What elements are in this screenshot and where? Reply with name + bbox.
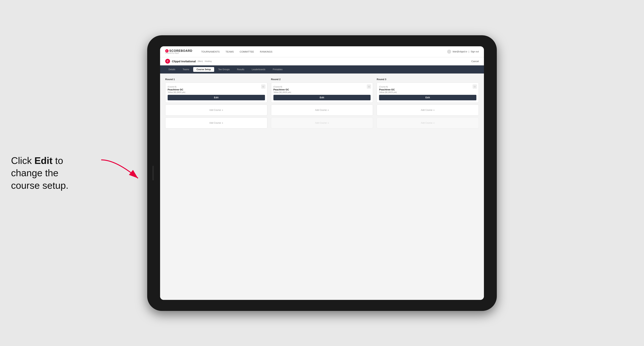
- instruction-text: Click Edit tochange thecourse setup.: [11, 154, 68, 192]
- nav-tournaments[interactable]: TOURNAMENTS: [201, 50, 220, 53]
- tab-leaderboards[interactable]: Leaderboards: [248, 67, 269, 72]
- user-avatar: [447, 50, 451, 54]
- round-3-plus-icon-2: +: [433, 122, 434, 124]
- tournament-name: Clippd Invitational: [172, 60, 196, 63]
- round-2-course-card: (Course A) Peachtree GC Yellow (M) (6629…: [271, 82, 373, 103]
- user-email: blair@clippd.io: [453, 50, 467, 53]
- tournament-logo: C: [165, 59, 170, 64]
- tab-course-setup[interactable]: Course Setup: [193, 67, 214, 72]
- top-navigation: C SCOREBOARD Powered by clippd TOURNAMEN…: [160, 46, 484, 57]
- logo-area: C SCOREBOARD Powered by clippd: [165, 49, 192, 54]
- tab-bar: Details Teams Course Setup Tee Groups Re…: [160, 65, 484, 73]
- tab-teams[interactable]: Teams: [180, 67, 192, 72]
- round-3-add-course-2: Add Course +: [377, 117, 479, 129]
- round-2-course-label: (Course A): [274, 86, 282, 88]
- tab-results[interactable]: Results: [234, 67, 248, 72]
- round-1-plus-icon-2: +: [222, 122, 223, 124]
- round-1-add-course-2[interactable]: Add Course +: [165, 117, 267, 129]
- nav-separator: |: [469, 50, 469, 53]
- round-2-column: Round 2 (Course A) Peachtree GC Yellow (…: [271, 78, 373, 130]
- rounds-grid: Round 1 (Course A) Peachtree GC Yellow (…: [165, 78, 479, 130]
- nav-teams[interactable]: TEAMS: [226, 50, 234, 53]
- round-2-delete-button[interactable]: □: [367, 85, 371, 89]
- round-1-add-course-label-1: Add Course: [210, 109, 221, 111]
- round-2-title: Round 2: [271, 78, 373, 81]
- gender-badge: (Men): [198, 60, 203, 62]
- round-3-edit-button[interactable]: Edit: [379, 95, 476, 100]
- hosting-badge: Hosting: [205, 60, 212, 62]
- sub-header: C Clippd Invitational (Men) Hosting Canc…: [160, 57, 484, 65]
- logo-subtitle: Powered by clippd: [165, 52, 192, 54]
- round-3-course-label: (Course A): [379, 86, 388, 88]
- round-1-column: Round 1 (Course A) Peachtree GC Yellow (…: [165, 78, 267, 130]
- cancel-button[interactable]: Cancel: [472, 60, 479, 63]
- user-info: blair@clippd.io | Sign out: [447, 50, 479, 54]
- round-3-add-course-label-2: Add Course: [421, 122, 432, 124]
- round-2-course-details: Yellow (M) (6629 yds): [274, 91, 371, 93]
- round-3-course-name: Peachtree GC: [379, 88, 476, 91]
- round-2-plus-icon-2: +: [328, 122, 329, 124]
- round-1-course-label: (Course A): [168, 86, 176, 88]
- tab-tee-groups[interactable]: Tee Groups: [215, 67, 233, 72]
- round-3-title: Round 3: [377, 78, 479, 81]
- sign-out-link[interactable]: Sign out: [471, 50, 479, 53]
- round-1-add-course-label-2: Add Course: [210, 122, 221, 124]
- round-1-delete-button[interactable]: □: [261, 85, 265, 89]
- round-3-plus-icon-1: +: [433, 109, 434, 112]
- round-1-course-details: Yellow (M) (6629 yds): [168, 91, 265, 93]
- round-3-add-course-label-1: Add Course: [421, 109, 432, 111]
- round-2-add-course-1[interactable]: Add Course +: [271, 105, 373, 116]
- tab-printables[interactable]: Printables: [270, 67, 286, 72]
- nav-rankings[interactable]: RANKINGS: [260, 50, 272, 53]
- main-content: Round 1 (Course A) Peachtree GC Yellow (…: [160, 73, 484, 300]
- round-2-add-course-label-2: Add Course: [315, 122, 326, 124]
- round-1-add-course-1[interactable]: Add Course +: [165, 105, 267, 116]
- round-1-course-card: (Course A) Peachtree GC Yellow (M) (6629…: [165, 82, 267, 103]
- round-1-title: Round 1: [165, 78, 267, 81]
- round-1-course-name: Peachtree GC: [168, 88, 265, 91]
- round-3-delete-button[interactable]: □: [473, 85, 477, 89]
- round-1-edit-button[interactable]: Edit: [168, 95, 265, 100]
- round-2-edit-button[interactable]: Edit: [274, 95, 371, 100]
- tab-details[interactable]: Details: [165, 67, 179, 72]
- nav-committee[interactable]: COMMITTEE: [240, 50, 254, 53]
- round-2-course-name: Peachtree GC: [274, 88, 371, 91]
- round-3-course-card: (Course A) Peachtree GC Yellow (M) (6629…: [377, 82, 479, 103]
- tablet-screen: C SCOREBOARD Powered by clippd TOURNAMEN…: [160, 46, 484, 300]
- round-3-course-details: Yellow (M) (6629 yds): [379, 91, 476, 93]
- round-3-add-course-1[interactable]: Add Course +: [377, 105, 479, 116]
- round-2-add-course-label-1: Add Course: [315, 109, 326, 111]
- round-2-add-course-2: Add Course +: [271, 117, 373, 129]
- round-1-plus-icon-1: +: [222, 109, 223, 112]
- round-2-plus-icon-1: +: [328, 109, 329, 112]
- round-3-column: Round 3 (Course A) Peachtree GC Yellow (…: [377, 78, 479, 130]
- tablet-device: C SCOREBOARD Powered by clippd TOURNAMEN…: [147, 35, 497, 311]
